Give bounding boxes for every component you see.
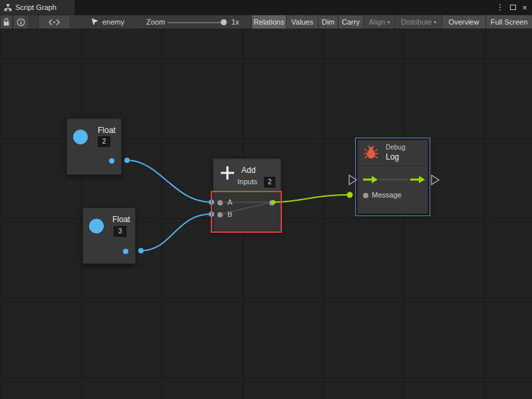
debug-log-node[interactable]: Debug Log Message (357, 140, 428, 214)
add-node-title: Add (241, 166, 255, 175)
float-node-1[interactable]: Float 2 (66, 118, 122, 175)
full-screen-label: Full Screen (491, 18, 528, 26)
script-graph-icon (4, 3, 12, 11)
zoom-value: 1x (231, 15, 239, 29)
add-output-port[interactable] (269, 200, 275, 205)
carry-toggle[interactable]: Carry (338, 15, 363, 29)
tab-title: Script Graph (15, 3, 57, 11)
input-a-label: A (227, 198, 232, 206)
titlebar: Script Graph ⋮ × (0, 0, 532, 15)
float-node-1-output-port[interactable] (109, 158, 114, 164)
relations-toggle[interactable]: Relations (251, 15, 286, 29)
node-divider (358, 166, 428, 166)
float-type-icon (73, 130, 88, 144)
inputs-count-field[interactable]: 2 (264, 177, 275, 188)
debug-category-label: Debug (386, 144, 405, 151)
asset-name: enemy (102, 18, 124, 26)
lock-icon (3, 18, 10, 27)
message-label: Message (372, 191, 402, 199)
window-menu-icon[interactable]: ⋮ (495, 0, 505, 15)
plus-icon (219, 164, 236, 182)
asset-breadcrumb[interactable]: enemy (91, 15, 124, 29)
values-label: Values (291, 18, 313, 26)
message-input-port[interactable] (363, 193, 368, 198)
zoom-slider-handle[interactable] (221, 19, 227, 25)
distribute-label: Distribute (401, 18, 432, 26)
align-label: Align (369, 18, 385, 26)
add-input-a-port[interactable] (217, 200, 223, 205)
float-type-icon (89, 219, 104, 233)
chevron-down-icon: ▾ (387, 19, 390, 25)
overview-label: Overview (449, 18, 479, 26)
zoom-label: Zoom (146, 15, 165, 29)
float-node-2-value-field[interactable]: 3 (114, 226, 126, 237)
add-node[interactable]: Add Inputs 2 A B (213, 158, 281, 231)
inputs-label: Inputs (237, 178, 257, 186)
full-screen-button[interactable]: Full Screen (485, 15, 532, 29)
tab-script-graph[interactable]: Script Graph (0, 0, 74, 15)
debug-node-title: Log (386, 152, 399, 162)
float-node-2-output-port[interactable] (123, 249, 128, 254)
add-input-b-port[interactable] (217, 212, 223, 217)
values-toggle[interactable]: Values (286, 15, 318, 29)
float-node-2[interactable]: Float 3 (82, 207, 136, 264)
carry-label: Carry (342, 18, 360, 26)
toolbar: enemy Zoom 1x Relations Values Dim Carry… (0, 15, 532, 29)
info-button[interactable] (13, 15, 29, 29)
maximize-icon[interactable] (507, 0, 519, 15)
dim-toggle[interactable]: Dim (318, 15, 338, 29)
code-view-button[interactable] (38, 15, 70, 29)
graph-asset-icon (91, 18, 100, 26)
add-node-header: Add Inputs 2 (213, 159, 281, 192)
relations-label: Relations (254, 18, 285, 26)
info-icon (17, 18, 25, 27)
add-node-ports: A B (213, 192, 281, 231)
zoom-slider[interactable] (168, 22, 226, 23)
bug-icon (364, 145, 378, 160)
lock-button[interactable] (0, 15, 13, 29)
chevron-down-icon: ▾ (434, 19, 436, 25)
float-node-1-title: Float (98, 126, 116, 135)
float-node-1-value-field[interactable]: 2 (98, 136, 110, 147)
overview-button[interactable]: Overview (442, 15, 485, 29)
dim-label: Dim (322, 18, 335, 26)
code-icon (48, 19, 61, 26)
distribute-dropdown[interactable]: Distribute ▾ (395, 15, 442, 29)
float-node-2-title: Float (112, 215, 130, 224)
input-b-label: B (227, 210, 232, 218)
align-dropdown[interactable]: Align ▾ (363, 15, 395, 29)
close-icon[interactable]: × (519, 0, 531, 15)
